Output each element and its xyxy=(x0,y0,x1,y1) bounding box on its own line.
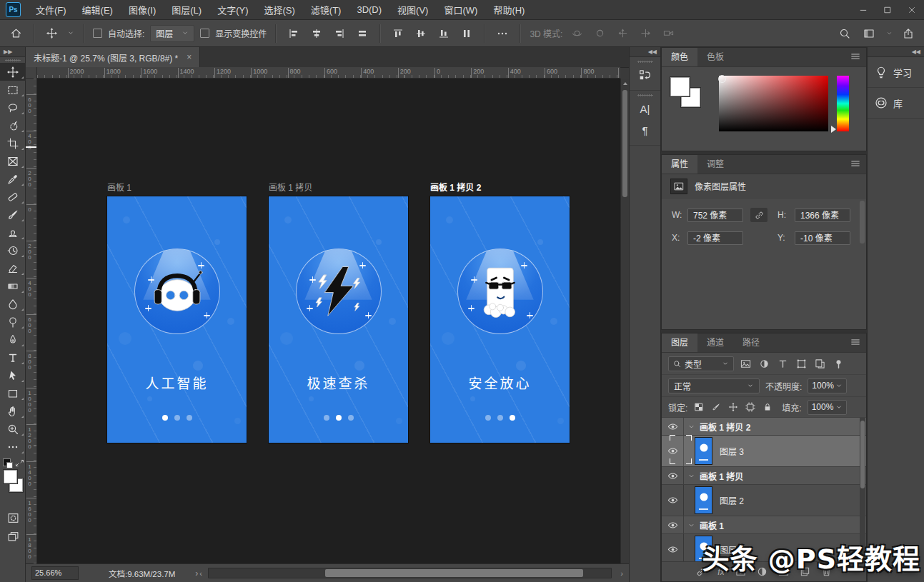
align-bottom-button[interactable] xyxy=(435,25,452,42)
visibility-toggle[interactable] xyxy=(662,534,684,562)
eraser-tool[interactable] xyxy=(0,259,26,277)
visibility-toggle[interactable] xyxy=(662,436,684,466)
layers-scroll-thumb[interactable] xyxy=(860,421,865,488)
path-select-tool[interactable] xyxy=(0,366,26,384)
properties-panel-menu[interactable] xyxy=(850,159,860,171)
hand-tool[interactable] xyxy=(0,402,26,420)
layer-thumbnail[interactable] xyxy=(695,486,712,514)
rail-item-cc-libraries[interactable]: 库 xyxy=(868,88,924,119)
dodge-tool[interactable] xyxy=(0,313,26,331)
tab-调整[interactable]: 调整 xyxy=(697,155,733,174)
foreground-color-swatch[interactable] xyxy=(4,470,17,483)
align-middle-button[interactable] xyxy=(412,25,429,42)
rail-item-lightbulb[interactable]: 学习 xyxy=(868,57,924,88)
scroll-left-icon[interactable]: ‹ xyxy=(198,569,204,578)
filter-pin-button[interactable] xyxy=(832,357,845,371)
layer-row[interactable]: 图层 3 xyxy=(662,436,866,467)
vertical-scroll-thumb[interactable] xyxy=(622,90,627,197)
opacity-select[interactable]: 100% xyxy=(808,378,847,393)
history-brush-tool[interactable] xyxy=(0,241,26,259)
blur-tool[interactable] xyxy=(0,295,26,313)
layers-panel-menu[interactable] xyxy=(850,337,860,349)
align-top-button[interactable] xyxy=(389,25,407,42)
color-field-marker[interactable] xyxy=(718,75,726,83)
auto-select-checkbox[interactable] xyxy=(93,29,102,38)
show-transform-checkbox[interactable] xyxy=(200,29,209,38)
history-panel-button[interactable] xyxy=(630,64,660,86)
scroll-up-icon[interactable] xyxy=(623,82,627,85)
zoom-tool[interactable] xyxy=(0,420,26,438)
horizontal-scroll-thumb[interactable] xyxy=(325,569,583,577)
distribute-vertical-button[interactable] xyxy=(458,25,475,42)
lock-position-button[interactable] xyxy=(727,401,739,413)
paragraph-panel-button[interactable]: ¶ xyxy=(630,119,660,141)
minimize-button[interactable] xyxy=(851,0,875,19)
character-panel-button[interactable]: A| xyxy=(630,98,660,119)
tools-panel-header[interactable]: ▶▶ xyxy=(0,47,25,57)
expand-chevron[interactable] xyxy=(684,521,698,529)
visibility-toggle[interactable] xyxy=(662,418,684,435)
current-tool-move[interactable] xyxy=(43,25,60,42)
field-h[interactable]: 1366 像素 xyxy=(795,209,850,222)
crop-tool[interactable] xyxy=(0,134,26,152)
workspace-switcher-button[interactable] xyxy=(860,25,878,42)
rectangle-tool[interactable] xyxy=(0,384,26,402)
home-button[interactable] xyxy=(7,25,24,42)
scroll-right-icon[interactable]: › xyxy=(619,569,625,578)
3d-camera-button[interactable] xyxy=(660,25,677,42)
move-tool[interactable] xyxy=(0,63,26,81)
auto-select-dropdown[interactable]: 图层 xyxy=(150,25,194,42)
frame-tool[interactable] xyxy=(0,152,26,170)
screen-mode-button[interactable] xyxy=(0,527,26,546)
canvas-viewport[interactable]: 画板 1人工智能画板 1 拷贝极速查杀画板 1 拷贝 2安全放心 xyxy=(37,79,620,563)
fill-select[interactable]: 100% xyxy=(808,400,847,415)
lock-transparency-button[interactable] xyxy=(693,401,705,413)
shape-filter-button[interactable] xyxy=(795,357,808,371)
maximize-button[interactable] xyxy=(875,0,900,19)
gradient-tool[interactable] xyxy=(0,277,26,295)
lock-paint-button[interactable] xyxy=(710,401,722,413)
menu-item[interactable]: 选择(S) xyxy=(256,0,302,19)
tab-颜色[interactable]: 颜色 xyxy=(662,48,697,66)
artboard-group-row[interactable]: 画板 1 拷贝 xyxy=(662,467,866,485)
document-tab[interactable]: 未标题-1 @ 25.7% (图层 3, RGB/8#) * × xyxy=(26,47,200,67)
menu-item[interactable]: 图层(L) xyxy=(164,0,209,19)
field-w[interactable]: 752 像素 xyxy=(687,209,743,222)
lasso-tool[interactable] xyxy=(0,99,26,116)
color-panel-menu[interactable] xyxy=(850,51,860,64)
search-button[interactable] xyxy=(836,25,853,42)
type-filter-button[interactable] xyxy=(776,357,790,371)
more-options-button[interactable] xyxy=(494,25,511,42)
clone-stamp-tool[interactable] xyxy=(0,224,26,241)
menu-item[interactable]: 帮助(H) xyxy=(485,0,532,19)
tab-路径[interactable]: 路径 xyxy=(733,333,769,352)
field-y[interactable]: -10 像素 xyxy=(795,231,850,245)
menu-item[interactable]: 3D(D) xyxy=(349,0,389,19)
hue-slider-handle[interactable] xyxy=(831,126,836,133)
artboard[interactable]: 极速查杀 xyxy=(269,196,408,443)
properties-scrollbar[interactable] xyxy=(860,201,865,286)
artboard-label[interactable]: 画板 1 xyxy=(107,181,131,193)
swap-colors-icon[interactable] xyxy=(15,458,24,468)
type-tool[interactable] xyxy=(0,348,26,366)
3d-pan-button[interactable] xyxy=(614,25,631,42)
menu-item[interactable]: 窗口(W) xyxy=(436,0,485,19)
image-filter-button[interactable] xyxy=(739,357,752,371)
link-dimensions-button[interactable] xyxy=(750,208,767,222)
eyedropper-tool[interactable] xyxy=(0,170,26,188)
layer-thumbnail[interactable] xyxy=(695,437,712,465)
smart-object-filter-button[interactable] xyxy=(813,357,827,371)
menu-item[interactable]: 图像(I) xyxy=(121,0,164,19)
tab-close-icon[interactable]: × xyxy=(187,52,192,62)
expand-chevron[interactable] xyxy=(684,472,698,480)
menu-item[interactable]: 文件(F) xyxy=(28,0,74,19)
lock-artboard-button[interactable] xyxy=(745,401,756,413)
menu-item[interactable]: 视图(V) xyxy=(389,0,436,19)
marquee-tool[interactable] xyxy=(0,81,26,99)
artboard[interactable]: 安全放心 xyxy=(430,196,570,443)
artboard-group-row[interactable]: 画板 1 xyxy=(662,516,866,534)
menu-item[interactable]: 编辑(E) xyxy=(74,0,121,19)
align-center-horizontal-button[interactable] xyxy=(308,25,325,42)
rail-header[interactable]: ◀◀ xyxy=(868,47,924,57)
visibility-toggle[interactable] xyxy=(662,467,684,484)
